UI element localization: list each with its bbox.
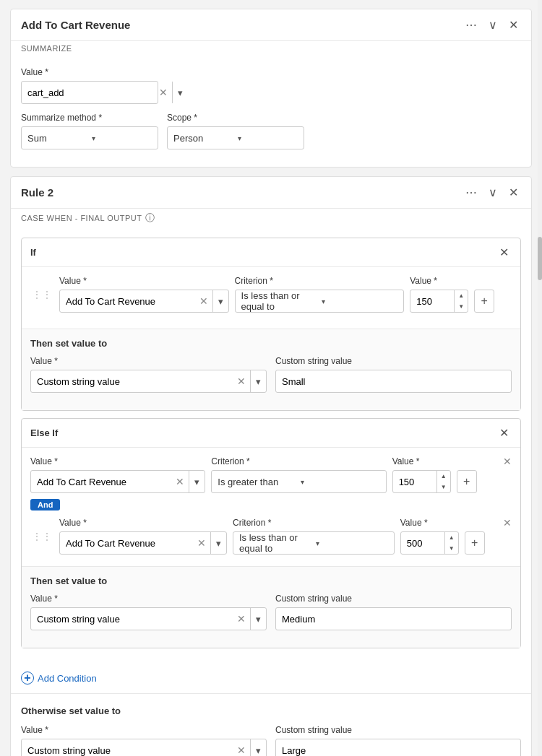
rule2-subtitle: CASE WHEN - FINAL OUTPUT bbox=[21, 214, 142, 222]
else-if-then-custom-input[interactable] bbox=[275, 607, 512, 630]
summarize-method-select[interactable]: Sum ▾ bbox=[21, 126, 158, 149]
else-if-r1-drop[interactable]: ▾ bbox=[189, 471, 205, 492]
if-spin-up[interactable]: ▲ bbox=[455, 290, 468, 301]
else-if-r2-number-wrapper: ▲ ▼ bbox=[400, 531, 459, 555]
rule2-subtitle-row: CASE WHEN - FINAL OUTPUT ⓘ bbox=[11, 209, 531, 230]
add-condition-button[interactable]: + Add Condition bbox=[21, 667, 97, 689]
rule2-chevron-button[interactable]: ∨ bbox=[486, 184, 500, 201]
if-block: If ✕ ⋮⋮ Value ✕ ▾ bbox=[21, 238, 521, 411]
else-if-r2-value-input[interactable] bbox=[60, 532, 193, 554]
if-value-clear[interactable]: ✕ bbox=[195, 295, 212, 307]
if-criterion-label: Criterion bbox=[235, 276, 405, 286]
rule2-close-button[interactable]: ✕ bbox=[506, 184, 521, 201]
otherwise-value-input[interactable] bbox=[22, 739, 233, 756]
if-header: If ✕ bbox=[22, 238, 520, 267]
if-then-value-input[interactable] bbox=[31, 370, 233, 392]
else-if-r2-clear[interactable]: ✕ bbox=[193, 537, 210, 549]
else-if-r1-close[interactable]: ✕ bbox=[503, 456, 512, 466]
if-then-custom-group: Custom string value bbox=[275, 356, 512, 393]
else-if-title: Else If bbox=[30, 427, 496, 438]
if-value2-group: Value ▲ ▼ + bbox=[410, 276, 512, 313]
if-then-block: Then set value to Value ✕ ▾ Custom strin… bbox=[22, 329, 520, 410]
else-if-r2-drop[interactable]: ▾ bbox=[210, 532, 226, 554]
if-value-group: Value ✕ ▾ bbox=[59, 276, 229, 313]
scope-select[interactable]: Person ▾ bbox=[167, 126, 304, 149]
rule2-info-icon[interactable]: ⓘ bbox=[145, 212, 155, 225]
else-if-then-value-label: Value bbox=[30, 594, 267, 604]
summarize-panel: Add To Cart Revenue ⋯ ∨ ✕ SUMMARIZE Valu… bbox=[10, 9, 532, 168]
if-then-custom-input[interactable] bbox=[275, 370, 512, 393]
else-if-row2: ⋮⋮ Value ✕ ▾ Criterion bbox=[30, 518, 512, 555]
else-if-r1-criterion-value: Is greater than bbox=[218, 477, 296, 487]
else-if-then-value-input[interactable] bbox=[31, 608, 233, 630]
else-if-r2-criterion-select[interactable]: Is less than or equal to ▾ bbox=[233, 531, 395, 555]
if-value-drop[interactable]: ▾ bbox=[212, 290, 228, 312]
else-if-r2-spin-down[interactable]: ▼ bbox=[445, 543, 458, 554]
else-if-r1-criterion-arrow: ▾ bbox=[301, 478, 379, 486]
scrollbar-thumb[interactable] bbox=[538, 237, 542, 280]
summarize-header: Add To Cart Revenue ⋯ ∨ ✕ bbox=[11, 9, 531, 41]
rule2-header: Rule 2 ⋯ ∨ ✕ bbox=[11, 177, 531, 209]
summarize-method-label: Summarize method bbox=[21, 113, 158, 123]
else-if-close-button[interactable]: ✕ bbox=[496, 425, 512, 441]
chevron-down-icon[interactable]: ∨ bbox=[486, 17, 500, 33]
more-options-button[interactable]: ⋯ bbox=[463, 17, 480, 33]
if-close-button[interactable]: ✕ bbox=[496, 244, 512, 261]
if-then-row: Value ✕ ▾ Custom string value bbox=[30, 356, 512, 393]
otherwise-custom-label: Custom string value bbox=[275, 725, 521, 735]
value-label: Value bbox=[21, 67, 521, 77]
value-dropdown-button[interactable]: ▾ bbox=[172, 82, 188, 103]
summarize-method-row: Summarize method Sum ▾ Scope Person ▾ bbox=[21, 113, 521, 149]
if-value-input[interactable] bbox=[60, 290, 195, 312]
else-if-then-value-wrapper: ✕ ▾ bbox=[30, 607, 267, 630]
else-if-r1-spin-up[interactable]: ▲ bbox=[437, 471, 450, 482]
otherwise-title: Otherwise set value to bbox=[21, 705, 521, 716]
otherwise-custom-input[interactable] bbox=[275, 739, 521, 756]
else-if-r2-spin-btns: ▲ ▼ bbox=[444, 532, 458, 554]
otherwise-value-label: Value bbox=[21, 725, 267, 735]
else-if-r1-spin-down[interactable]: ▼ bbox=[437, 482, 450, 492]
else-if-then-clear[interactable]: ✕ bbox=[233, 613, 250, 625]
if-number-input[interactable] bbox=[410, 290, 454, 312]
if-value2-row: ▲ ▼ + bbox=[410, 290, 512, 313]
else-if-r2-value-label: Value bbox=[59, 518, 227, 528]
else-if-r2-value2-row: ▲ ▼ + bbox=[400, 531, 497, 555]
clear-value-button[interactable]: ✕ bbox=[155, 87, 172, 98]
else-if-r2-add-button[interactable]: + bbox=[465, 531, 485, 555]
if-spin-btns: ▲ ▼ bbox=[454, 290, 468, 312]
else-if-then-row: Value ✕ ▾ Custom string value bbox=[30, 594, 512, 630]
else-if-then-drop[interactable]: ▾ bbox=[250, 608, 266, 630]
else-if-row1: Value ✕ ▾ Criterion Is greater than bbox=[30, 456, 512, 493]
else-if-then-title: Then set value to bbox=[30, 575, 512, 586]
else-if-r2-criterion-group: Criterion Is less than or equal to ▾ bbox=[233, 518, 395, 555]
rule2-more-button[interactable]: ⋯ bbox=[463, 184, 480, 201]
else-if-r2-number-input[interactable] bbox=[401, 532, 444, 554]
else-if-r2-spin-up[interactable]: ▲ bbox=[445, 532, 458, 543]
if-title: If bbox=[30, 247, 496, 258]
otherwise-block: Otherwise set value to Value ✕ ▾ Custom … bbox=[11, 697, 531, 756]
else-if-block: Else If ✕ Value ✕ ▾ bbox=[21, 418, 521, 648]
if-add-value-button[interactable]: + bbox=[474, 290, 494, 313]
otherwise-clear[interactable]: ✕ bbox=[233, 744, 250, 756]
else-if-r1-value2-label: Value bbox=[392, 456, 497, 466]
if-then-drop[interactable]: ▾ bbox=[250, 370, 266, 392]
else-if-r1-value-wrapper: ✕ ▾ bbox=[30, 470, 205, 493]
otherwise-value-group: Value ✕ ▾ bbox=[21, 725, 267, 756]
else-if-r1-value-input[interactable] bbox=[31, 471, 171, 492]
if-criterion-select[interactable]: Is less than or equal to ▾ bbox=[235, 290, 405, 313]
scope-value: Person bbox=[173, 133, 233, 144]
if-spin-down[interactable]: ▼ bbox=[455, 301, 468, 312]
else-if-r1-add-button[interactable]: + bbox=[457, 470, 477, 493]
else-if-body: Value ✕ ▾ Criterion Is greater than bbox=[22, 448, 520, 566]
value-input[interactable] bbox=[22, 82, 155, 103]
else-if-r2-criterion-arrow: ▾ bbox=[316, 539, 388, 547]
else-if-r1-clear[interactable]: ✕ bbox=[171, 476, 189, 487]
else-if-r2-close[interactable]: ✕ bbox=[503, 518, 512, 528]
else-if-r1-number-input[interactable] bbox=[393, 471, 436, 492]
otherwise-drop[interactable]: ▾ bbox=[250, 739, 266, 756]
else-if-r1-criterion-select[interactable]: Is greater than ▾ bbox=[211, 470, 386, 493]
close-panel-button[interactable]: ✕ bbox=[506, 17, 521, 33]
if-then-clear[interactable]: ✕ bbox=[233, 375, 250, 387]
else-if-r2-value2-label: Value bbox=[400, 518, 497, 528]
if-then-title: Then set value to bbox=[30, 338, 512, 349]
